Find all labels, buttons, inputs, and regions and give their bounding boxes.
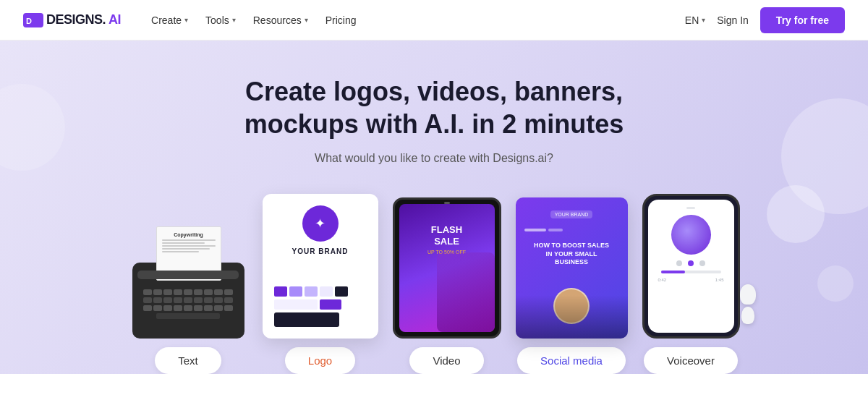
product-label-text[interactable]: Text <box>155 347 221 374</box>
product-image-logo: YOUR BRAND <box>263 194 378 339</box>
product-image-text: Copywriting <box>129 226 248 339</box>
social-heading: HOW TO BOOST SALESIN YOUR SMALLBUSINESS <box>524 242 619 267</box>
brand-name-text: YOUR BRAND <box>292 247 349 255</box>
chevron-down-icon: ▾ <box>232 16 236 24</box>
product-label-social[interactable]: Social media <box>517 347 626 374</box>
chevron-down-icon: ▾ <box>702 16 705 24</box>
phone-progress-bar <box>661 271 721 273</box>
logo-icon: D <box>23 13 43 27</box>
product-image-video: FLASHSALE UP TO 50% OFF <box>393 197 501 339</box>
navbar-left: D DESIGNS.AI Create ▾ Tools ▾ Resources … <box>23 9 363 32</box>
language-selector[interactable]: EN ▾ <box>685 14 705 26</box>
logo[interactable]: D DESIGNS.AI <box>23 12 121 27</box>
bottom-teaser: Create logos, videos, <box>0 374 868 400</box>
hero-title: Create logos, videos, banners, mockups w… <box>203 75 665 140</box>
phone-screen: 0:42 1:45 <box>648 200 734 333</box>
product-card-social: YOUR BRAND HOW TO BOOST SALESIN YOUR SMA… <box>516 197 628 374</box>
nav-item-pricing[interactable]: Pricing <box>318 9 364 32</box>
try-free-button[interactable]: Try for free <box>760 7 845 33</box>
tablet-camera <box>444 202 450 204</box>
tablet-screen: FLASHSALE UP TO 50% OFF <box>399 204 495 332</box>
product-image-social: YOUR BRAND HOW TO BOOST SALESIN YOUR SMA… <box>516 197 628 339</box>
svg-text:D: D <box>26 17 32 25</box>
product-label-logo[interactable]: Logo <box>285 347 355 374</box>
earbud-bottom <box>741 307 754 324</box>
product-label-video[interactable]: Video <box>409 347 483 374</box>
product-grid: Copywriting <box>43 194 825 374</box>
brand-ai: AI <box>109 12 121 27</box>
social-illustration: YOUR BRAND HOW TO BOOST SALESIN YOUR SMA… <box>516 197 628 339</box>
product-card-voiceover: 0:42 1:45 Voiceover <box>642 194 740 374</box>
hero-section: Create logos, videos, banners, mockups w… <box>0 41 868 374</box>
navbar-right: EN ▾ Sign In Try for free <box>685 7 845 33</box>
product-image-voiceover: 0:42 1:45 <box>642 194 740 339</box>
product-card-text: Copywriting <box>129 226 248 374</box>
phone-progress-fill <box>661 271 685 273</box>
brand-name: DESIGNS. <box>46 12 106 27</box>
sign-in-button[interactable]: Sign In <box>717 14 749 26</box>
chevron-down-icon: ▾ <box>184 16 188 24</box>
typewriter-illustration: Copywriting <box>129 226 248 339</box>
product-label-voiceover[interactable]: Voiceover <box>644 347 738 374</box>
nav-links: Create ▾ Tools ▾ Resources ▾ Pricing <box>144 9 363 32</box>
navbar: D DESIGNS.AI Create ▾ Tools ▾ Resources … <box>0 0 868 41</box>
nav-item-tools[interactable]: Tools ▾ <box>198 9 243 32</box>
tablet-illustration: FLASHSALE UP TO 50% OFF <box>393 197 501 339</box>
earbud-top <box>740 284 756 305</box>
earbuds <box>740 284 756 324</box>
brand-logo-circle <box>302 205 339 242</box>
social-tag: YOUR BRAND <box>550 210 593 218</box>
brand-illustration: YOUR BRAND <box>263 194 378 339</box>
brand-swatches <box>274 286 367 327</box>
phone-illustration: 0:42 1:45 <box>642 194 740 339</box>
nav-item-create[interactable]: Create ▾ <box>144 9 195 32</box>
chevron-down-icon: ▾ <box>305 16 308 24</box>
phone-visualizer <box>671 215 711 255</box>
hero-subtitle: What would you like to create with Desig… <box>43 152 825 165</box>
social-bar <box>516 295 628 339</box>
phone-inner: 0:42 1:45 <box>648 200 734 289</box>
nav-item-resources[interactable]: Resources ▾ <box>246 9 315 32</box>
product-card-logo: YOUR BRAND <box>263 194 378 374</box>
product-card-video: FLASHSALE UP TO 50% OFF Video <box>393 197 501 374</box>
